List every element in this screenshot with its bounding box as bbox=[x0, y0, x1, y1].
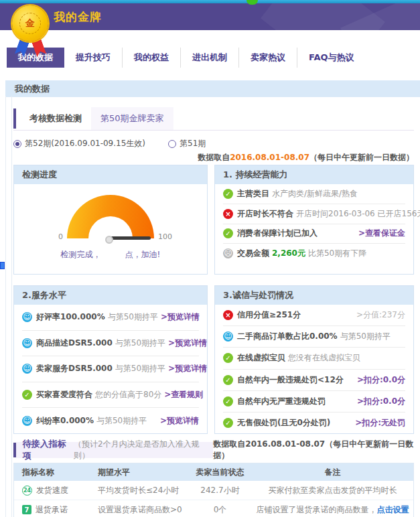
panel-service-level: 2.服务水平 ☺好评率100.000%与第50期持平>预览详情☺商品描述DSR5… bbox=[13, 285, 208, 434]
panel-integrity-penalty: 3.诚信与处罚情况 ×信用分值≥251分>分值:237分☺二手商品订单数占比0.… bbox=[214, 285, 414, 434]
table-row: 24发货速度平均发货时长≤24小时242.7小时买家付款至卖家点击发货的平均时长 bbox=[14, 481, 413, 500]
nav-tab[interactable]: 提升技巧 bbox=[64, 48, 122, 68]
metric-text: 好评率100.000% bbox=[36, 311, 105, 323]
section-bar-title: 我的数据 bbox=[5, 80, 420, 97]
period-label: 第52期(2016.09.01-09.15生效) bbox=[25, 138, 145, 149]
detail-link[interactable]: >预览详情 bbox=[168, 363, 207, 374]
metric-text: 买家喜爱度符合 bbox=[36, 389, 92, 400]
metric-text: 纠纷率0.000% bbox=[36, 415, 94, 427]
detail-link[interactable]: >预览详情 bbox=[168, 338, 207, 349]
metric-text: 与第50期持平 bbox=[115, 363, 165, 374]
subtab-row: 考核数据检测第50期金牌卖家 bbox=[13, 107, 414, 131]
metric-row: ☺纠纷率0.000%与第50期持平>预览详情 bbox=[22, 407, 199, 433]
metric-text: 二手商品订单数占比0.00% bbox=[237, 331, 338, 342]
subtab[interactable]: 第50期金牌卖家 bbox=[91, 107, 173, 130]
metric-row: ☺商品描述DSR5.000与第50期持平>预览详情 bbox=[22, 330, 199, 356]
page-title: 我的金牌 bbox=[54, 3, 102, 30]
pending-table-body: 24发货速度平均发货时长≤24小时242.7小时买家付款至卖家点击发货的平均时长… bbox=[14, 481, 413, 517]
metric-row: ✓主营类目水产肉类/新鲜蔬果/熟食 bbox=[223, 184, 405, 204]
check-icon: ✓ bbox=[223, 189, 233, 199]
smiley-icon: ☺ bbox=[22, 364, 32, 374]
metric-text: 在线虚拟宝贝 bbox=[237, 352, 285, 364]
panel-title: 1. 持续经营能力 bbox=[215, 165, 413, 184]
data-source-suffix: （每日中午更新前一日数据） bbox=[309, 153, 414, 162]
gauge-needle bbox=[111, 236, 151, 240]
metric-text: 与第50期持平 bbox=[108, 311, 158, 323]
panel-title: 3.诚信与处罚情况 bbox=[215, 286, 413, 305]
period-option[interactable]: 第52期(2016.09.01-09.15生效) bbox=[13, 138, 145, 149]
data-source-prefix: 数据取自 bbox=[198, 153, 230, 162]
check-icon: ✓ bbox=[223, 418, 233, 428]
col-header-current: 卖家当前状态 bbox=[188, 467, 252, 478]
banner: 我的金牌 bbox=[0, 3, 420, 30]
progress-panel: 检测进度 0 100 检测完成，还差一点，加油! bbox=[13, 165, 208, 275]
metric-row: ×信用分值≥251分>分值:237分 bbox=[223, 305, 405, 325]
sad-icon: ☹ bbox=[223, 248, 233, 258]
metric-row: ✓自然年内一般违规处罚<12分>扣分:0.0分 bbox=[223, 369, 405, 390]
check-icon: ✓ bbox=[223, 353, 233, 363]
smiley-icon: ☺ bbox=[22, 338, 32, 348]
detail-link[interactable]: >扣分:0.0分 bbox=[357, 396, 405, 407]
metric-text: 交易金额 bbox=[237, 248, 269, 259]
panel-rows: ☺好评率100.000%与第50期持平>预览详情☺商品描述DSR5.000与第5… bbox=[14, 305, 207, 433]
detail-link[interactable]: >预览详情 bbox=[161, 311, 200, 323]
medal-coin: 金 bbox=[12, 5, 48, 42]
metric-row: ✓无售假处罚(且无0分处罚)>扣分:无处罚 bbox=[223, 412, 405, 433]
data-source-note: 数据取自2016.08.01-08.07（每日中午更新前一日数据） bbox=[213, 439, 414, 461]
detail-link[interactable]: >查看保证金 bbox=[358, 228, 405, 239]
indicator-name: 退货承诺 bbox=[36, 504, 68, 516]
indicator-name-cell: 24发货速度 bbox=[14, 485, 98, 496]
metric-text: 自然年内无严重违规处罚 bbox=[237, 396, 326, 407]
indicator-name-cell: 7退货承诺 bbox=[14, 504, 98, 516]
nav-tab[interactable]: 我的权益 bbox=[122, 48, 180, 68]
metric-text: 商品描述DSR5.000 bbox=[36, 338, 113, 349]
subtab[interactable]: 考核数据检测 bbox=[20, 107, 91, 130]
check-icon: ✓ bbox=[223, 228, 233, 238]
metric-row: ×开店时长不符合开店时间2016-03-06 已开店156天 bbox=[223, 204, 405, 224]
settings-link[interactable]: 点击设置 bbox=[377, 505, 409, 514]
metric-text: 与第50期持平 bbox=[340, 331, 391, 342]
metric-text: 水产肉类/新鲜蔬果/熟食 bbox=[272, 188, 358, 200]
nav-tab[interactable]: FAQ与热议 bbox=[297, 48, 366, 68]
expected-level: 平均发货时长≤24小时 bbox=[98, 485, 188, 496]
main-content: 考核数据检测第50期金牌卖家 第52期(2016.09.01-09.15生效)第… bbox=[0, 107, 420, 517]
detail-link[interactable]: >查看规则 bbox=[164, 389, 203, 400]
pending-table-head: 指标名称 期望水平 卖家当前状态 备注 bbox=[14, 463, 413, 481]
indicator-name: 发货速度 bbox=[36, 485, 68, 496]
data-source-range: 2016.08.01-08.07 bbox=[230, 153, 309, 162]
nav-tabs: 我的数据提升技巧我的权益进出机制卖家热议FAQ与热议 bbox=[7, 48, 420, 68]
metric-text: 开店时长不符合 bbox=[237, 208, 293, 220]
radio-icon[interactable] bbox=[13, 140, 21, 148]
nav-tab[interactable]: 进出机制 bbox=[180, 48, 238, 68]
metric-text: 您的分值高于80分 bbox=[95, 389, 161, 400]
metric-text: 与第50期持平 bbox=[96, 415, 147, 427]
metric-text: 开店时间2016-03-06 已开店156天 bbox=[296, 208, 420, 220]
check-icon: ✓ bbox=[223, 375, 233, 385]
radio-icon[interactable] bbox=[168, 140, 176, 148]
gauge-hub bbox=[105, 236, 113, 244]
metric-row: ✓自然年内无严重违规处罚>扣分:0.0分 bbox=[223, 390, 405, 412]
detail-link: >分值:237分 bbox=[356, 309, 405, 321]
detail-link[interactable]: >扣分:0.0分 bbox=[357, 374, 405, 386]
metric-row: ✓在线虚拟宝贝您没有在线虚拟宝贝 bbox=[223, 347, 405, 368]
return-7-icon: 7 bbox=[22, 505, 31, 514]
period-option[interactable]: 第51期 bbox=[168, 138, 206, 149]
metric-text: 您没有在线虚拟宝贝 bbox=[288, 352, 360, 364]
metric-row: ☺二手商品订单数占比0.00%与第50期持平 bbox=[223, 325, 405, 347]
data-source-range: 2016.08.01-08.07 bbox=[245, 439, 325, 449]
remark: 店铺设置了退货承诺的商品数量，点击设置 bbox=[252, 504, 413, 516]
nav-tab[interactable]: 卖家热议 bbox=[238, 48, 297, 68]
detail-link[interactable]: >扣分:无处罚 bbox=[355, 417, 405, 429]
metric-text: 自然年内一般违规处罚<12分 bbox=[237, 374, 344, 386]
medal-char: 金 bbox=[19, 13, 41, 34]
check-icon: ✓ bbox=[22, 390, 32, 400]
metric-row: ☺好评率100.000%与第50期持平>预览详情 bbox=[22, 305, 199, 330]
detail-link[interactable]: >预览详情 bbox=[160, 415, 199, 427]
gold-medal-icon: 金 bbox=[11, 5, 52, 58]
metric-text: 无售假处罚(且无0分处罚) bbox=[237, 417, 330, 429]
pending-section-header: 待接入指标项 （预计2个月内决定是否加入准入规则） 数据取自2016.08.01… bbox=[13, 441, 414, 459]
current-status: 0个 bbox=[188, 504, 252, 516]
panel-operation-ability: 1. 持续经营能力 ✓主营类目水产肉类/新鲜蔬果/熟食×开店时长不符合开店时间2… bbox=[214, 165, 414, 275]
panel-title: 2.服务水平 bbox=[14, 286, 207, 305]
metric-text: 卖家服务DSR5.000 bbox=[36, 363, 113, 374]
